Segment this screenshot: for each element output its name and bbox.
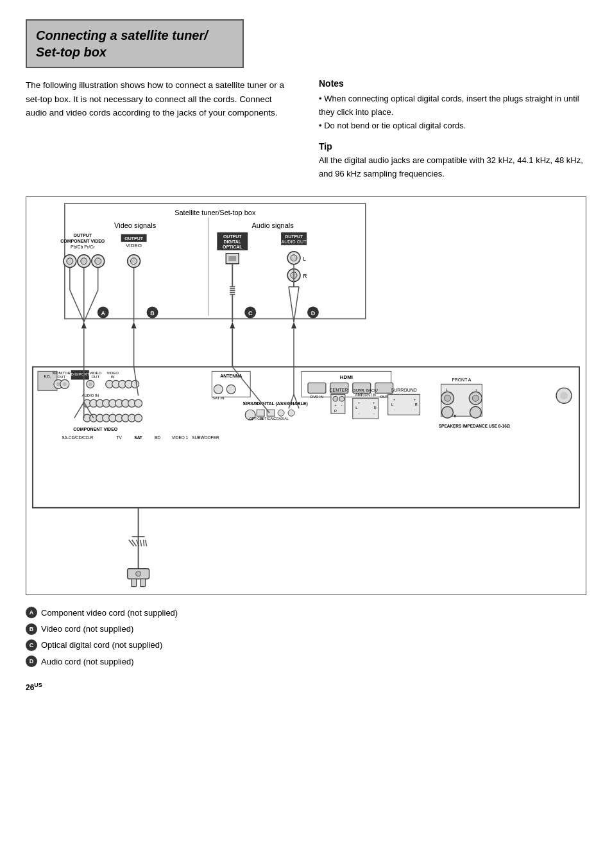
svg-text:+: + <box>414 397 416 401</box>
svg-text:L: L <box>303 256 306 262</box>
svg-text:SAT IN: SAT IN <box>212 396 225 400</box>
intro-text: The following illustration shows how to … <box>26 78 293 120</box>
svg-point-121 <box>226 385 235 394</box>
legend-text-a: Component video cord (not supplied) <box>41 605 178 620</box>
legend-text-c: Optical digital cord (not supplied) <box>41 638 162 652</box>
note-item-1: When connecting optical digital cords, i… <box>319 92 586 119</box>
svg-text:SA-CD/CD/CD-R: SA-CD/CD/CD-R <box>62 435 94 440</box>
svg-marker-47 <box>132 322 137 329</box>
svg-text:TV: TV <box>117 435 123 440</box>
svg-text:+: + <box>393 397 396 401</box>
connection-diagram: Satellite tuner/Set-top box Video signal… <box>26 196 586 595</box>
legend-item-c: C Optical digital cord (not supplied) <box>26 638 586 652</box>
page-header: Connecting a satellite tuner/ Set-top bo… <box>26 19 244 68</box>
svg-text:B: B <box>454 414 456 418</box>
svg-marker-42 <box>81 322 87 329</box>
svg-point-137 <box>278 410 284 416</box>
svg-text:Audio signals: Audio signals <box>251 221 294 229</box>
svg-point-120 <box>214 385 223 394</box>
svg-point-171 <box>445 395 451 401</box>
svg-text:SAT: SAT <box>134 435 142 440</box>
svg-line-197 <box>146 540 147 546</box>
svg-text:SPEAKERS IMPEDANCE USE 8-16Ω: SPEAKERS IMPEDANCE USE 8-16Ω <box>439 424 510 428</box>
legend-bullet-d: D <box>26 655 37 667</box>
svg-text:OUT: OUT <box>380 395 388 399</box>
page-title: Connecting a satellite tuner/ Set-top bo… <box>36 27 234 60</box>
svg-text:DVD IN: DVD IN <box>310 395 323 399</box>
svg-text:R: R <box>414 403 418 406</box>
svg-text:OUTPUT: OUTPUT <box>73 233 92 238</box>
svg-point-11 <box>81 258 87 265</box>
svg-line-196 <box>144 540 144 546</box>
intro-column: The following illustration shows how to … <box>26 78 293 181</box>
svg-marker-58 <box>230 322 235 329</box>
svg-text:R: R <box>334 409 337 413</box>
svg-text:-: - <box>394 408 395 412</box>
legend-bullet-a: A <box>26 607 37 618</box>
svg-text:OPTICAL: OPTICAL <box>259 417 274 421</box>
notes-column: Notes When connecting optical digital co… <box>319 78 586 181</box>
notes-list: When connecting optical digital cords, i… <box>319 92 586 132</box>
svg-text:-: - <box>373 412 375 415</box>
svg-text:SURROUND: SURROUND <box>391 388 417 392</box>
svg-text:B: B <box>150 310 155 317</box>
svg-marker-67 <box>291 322 296 329</box>
svg-text:OUT: OUT <box>58 375 66 379</box>
notes-title: Notes <box>319 78 586 89</box>
tip-title: Tip <box>319 141 586 152</box>
svg-point-138 <box>288 410 294 416</box>
svg-text:DIGITAL (ASSIGNABLE): DIGITAL (ASSIGNABLE) <box>257 401 307 406</box>
svg-text:OPTICAL: OPTICAL <box>223 245 242 249</box>
svg-text:IN: IN <box>111 375 115 379</box>
svg-rect-200 <box>132 579 137 587</box>
tip-text: All the digital audio jacks are compatib… <box>319 154 586 181</box>
svg-point-9 <box>67 258 73 265</box>
svg-point-75 <box>56 382 60 386</box>
svg-rect-125 <box>308 383 326 393</box>
svg-text:EZL: EZL <box>44 374 51 378</box>
svg-rect-128 <box>375 383 393 393</box>
svg-rect-0 <box>65 204 366 319</box>
legend-bullet-c: C <box>26 639 37 651</box>
svg-text:-: - <box>359 412 360 415</box>
svg-text:Satellite tuner/Set-top box: Satellite tuner/Set-top box <box>174 209 256 216</box>
svg-text:AMP/DNT B: AMP/DNT B <box>355 393 376 397</box>
legend-item-b: B Video cord (not supplied) <box>26 621 586 636</box>
svg-text:AUDIO OUT: AUDIO OUT <box>282 239 307 244</box>
svg-text:HDMI: HDMI <box>340 374 353 380</box>
svg-text:+: + <box>358 401 361 404</box>
svg-text:+: + <box>334 403 337 407</box>
svg-text:R: R <box>303 273 307 279</box>
top-section: The following illustration shows how to … <box>26 78 586 181</box>
svg-text:+: + <box>475 388 478 392</box>
svg-line-195 <box>140 540 142 546</box>
svg-point-100 <box>135 399 142 407</box>
legend: A Component video cord (not supplied) B … <box>26 605 586 670</box>
svg-point-202 <box>136 571 141 577</box>
svg-text:A: A <box>101 310 105 317</box>
svg-point-173 <box>472 395 479 401</box>
svg-point-145 <box>339 396 344 401</box>
legend-item-d: D Audio cord (not supplied) <box>26 654 586 669</box>
svg-text:-: - <box>414 408 416 412</box>
svg-point-83 <box>89 382 92 386</box>
page-number: 26US <box>26 682 586 692</box>
svg-text:C: C <box>248 310 253 317</box>
svg-text:COMPONENT VIDEO: COMPONENT VIDEO <box>73 427 117 431</box>
svg-text:SURR. BACK/: SURR. BACK/ <box>353 388 378 392</box>
svg-text:VIDEO 1: VIDEO 1 <box>172 435 189 440</box>
svg-text:DIGITAL: DIGITAL <box>224 239 242 244</box>
note-item-2: Do not bend or tie optical digital cords… <box>319 119 586 133</box>
svg-text:FRONT A: FRONT A <box>452 378 471 382</box>
svg-text:COAXIAL: COAXIAL <box>273 417 289 421</box>
svg-text:BD: BD <box>155 435 160 440</box>
svg-text:-: - <box>341 403 343 407</box>
svg-text:+: + <box>373 401 375 404</box>
svg-text:OUT: OUT <box>91 375 99 379</box>
legend-item-a: A Component video cord (not supplied) <box>26 605 586 620</box>
svg-text:Pb/Cb   Pr/Cr: Pb/Cb Pr/Cr <box>71 245 95 249</box>
svg-text:R: R <box>374 406 377 410</box>
svg-text:VIDEO: VIDEO <box>126 243 142 248</box>
diagram-svg: Satellite tuner/Set-top box Video signal… <box>26 197 586 595</box>
svg-point-18 <box>131 258 137 265</box>
